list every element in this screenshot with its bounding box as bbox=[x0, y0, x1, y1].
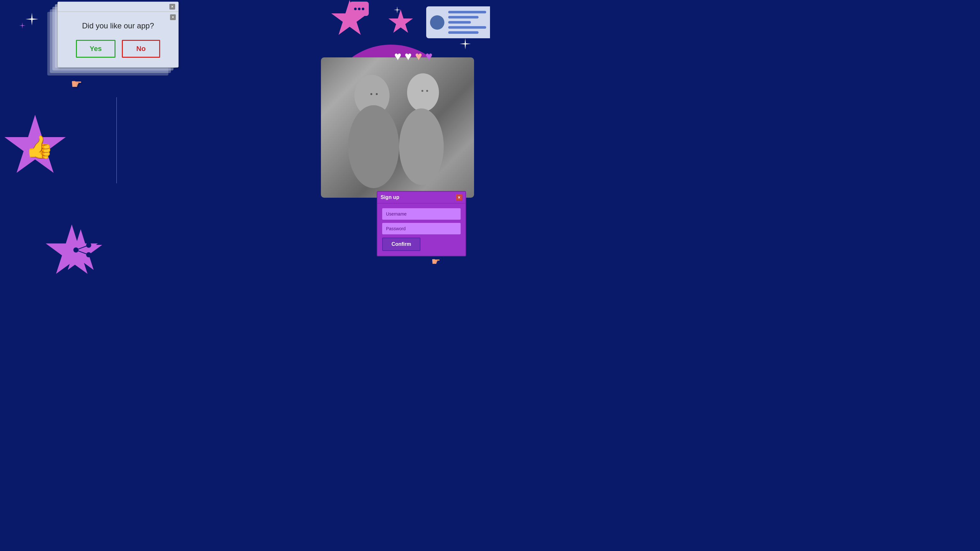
svg-point-11 bbox=[422, 90, 423, 92]
profile-line-1 bbox=[448, 11, 486, 13]
svg-line-4 bbox=[76, 250, 89, 255]
dialog-body: Did you like our app? Yes No bbox=[58, 12, 178, 67]
password-input[interactable] bbox=[382, 223, 461, 234]
profile-line-5 bbox=[448, 31, 479, 34]
heart-1: ♥ bbox=[394, 49, 402, 63]
signup-close-button[interactable]: × bbox=[456, 194, 462, 200]
dialog-titlebar: × bbox=[58, 2, 178, 12]
confirm-button[interactable]: Confirm bbox=[382, 238, 420, 251]
retro-photo bbox=[321, 57, 474, 198]
signup-titlebar: Sign up × bbox=[377, 192, 465, 203]
thumbs-up-icon: 👍 bbox=[25, 134, 53, 160]
chat-dot-3 bbox=[362, 8, 364, 10]
svg-point-9 bbox=[371, 93, 372, 95]
profile-line-3 bbox=[448, 21, 471, 24]
heart-4: ♥ bbox=[425, 49, 433, 63]
profile-widget bbox=[426, 6, 490, 38]
dialog-question: Did you like our app? bbox=[67, 21, 169, 30]
sparkle-purple-tl bbox=[19, 22, 25, 29]
dialog-buttons: Yes No bbox=[67, 40, 169, 58]
no-button[interactable]: No bbox=[122, 40, 160, 58]
signup-dialog: Sign up × Confirm bbox=[377, 191, 466, 256]
cursor-hand-yes: ☛ bbox=[71, 76, 82, 91]
profile-line-4 bbox=[448, 26, 486, 29]
dialog-close-inner[interactable]: × bbox=[170, 14, 176, 20]
signup-title: Sign up bbox=[380, 195, 399, 200]
signup-body: Confirm bbox=[377, 203, 465, 256]
heart-3: ♥ bbox=[415, 49, 422, 63]
svg-line-3 bbox=[76, 245, 89, 250]
chat-dot-2 bbox=[358, 8, 361, 10]
dialog-line bbox=[116, 97, 117, 183]
heart-2: ♥ bbox=[404, 49, 412, 63]
chat-dot-1 bbox=[354, 8, 356, 10]
svg-point-8 bbox=[399, 108, 444, 185]
profile-avatar bbox=[430, 15, 444, 30]
cursor-hand-confirm: ☛ bbox=[431, 256, 441, 268]
star-pink-right bbox=[388, 10, 414, 35]
svg-point-6 bbox=[348, 105, 399, 188]
svg-point-12 bbox=[426, 90, 428, 92]
sparkle-white-2 bbox=[394, 6, 401, 13]
svg-point-7 bbox=[407, 73, 439, 111]
sparkle-white-tr bbox=[460, 38, 471, 49]
profile-lines bbox=[448, 11, 486, 34]
dialog-close-top[interactable]: × bbox=[169, 4, 175, 10]
chat-bubble bbox=[350, 2, 369, 16]
yes-button[interactable]: Yes bbox=[76, 40, 116, 58]
profile-line-2 bbox=[448, 16, 479, 19]
username-input[interactable] bbox=[382, 208, 461, 220]
main-dialog: × × Did you like our app? Yes No bbox=[57, 2, 179, 68]
sparkle-white-tl bbox=[25, 13, 38, 25]
share-icon-container bbox=[73, 242, 92, 258]
hearts-row: ♥ ♥ ♥ ♥ bbox=[394, 49, 433, 63]
svg-point-10 bbox=[376, 93, 378, 95]
